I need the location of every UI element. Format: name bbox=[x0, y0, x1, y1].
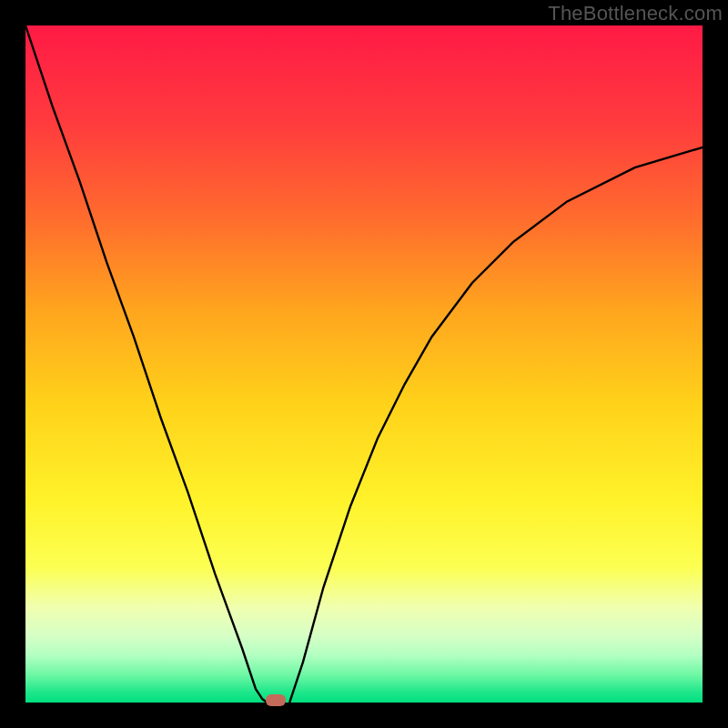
chart-svg bbox=[25, 25, 703, 703]
watermark-text: TheBottleneck.com bbox=[548, 2, 723, 25]
optimum-marker bbox=[266, 694, 286, 706]
plot-area bbox=[25, 25, 703, 703]
gradient-background bbox=[25, 25, 703, 703]
chart-frame: TheBottleneck.com bbox=[0, 0, 728, 728]
